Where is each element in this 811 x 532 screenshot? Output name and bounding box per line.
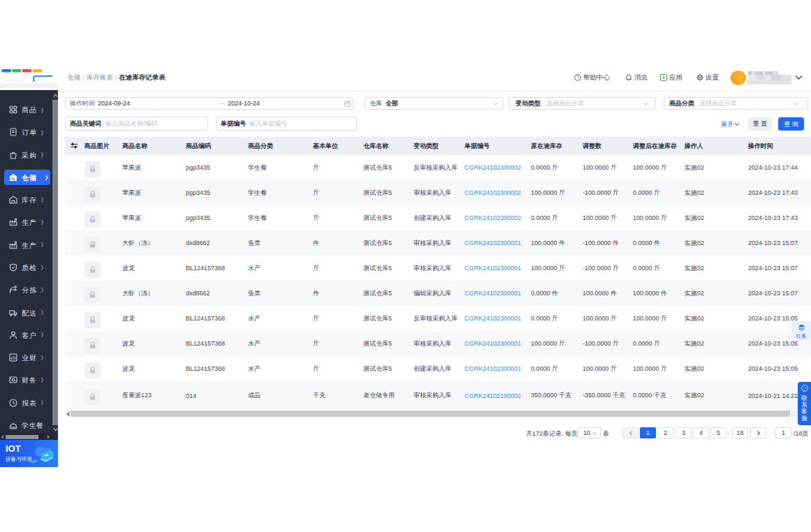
svg-text:?: ? xyxy=(576,75,579,80)
